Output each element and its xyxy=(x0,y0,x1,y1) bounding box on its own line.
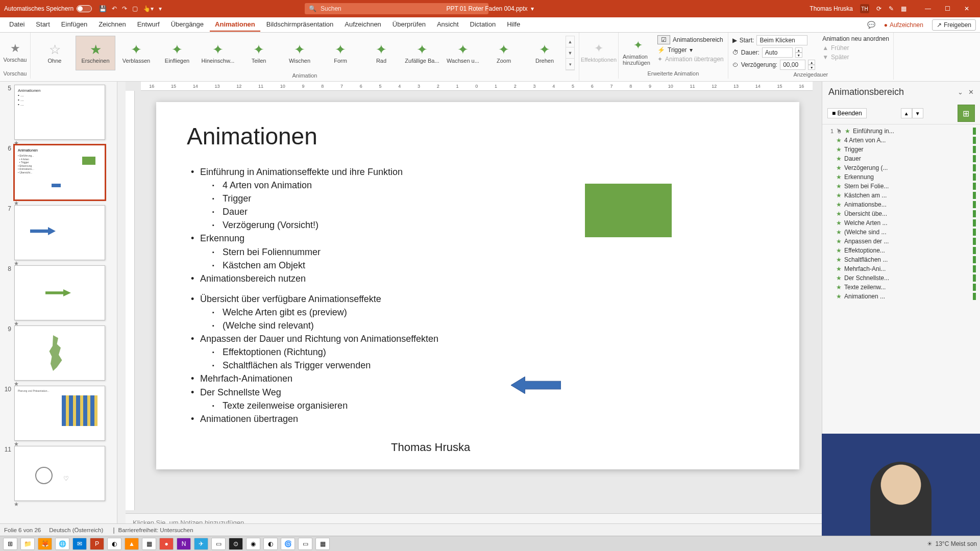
thumb-10[interactable]: 10Planung und Präsentation...★ xyxy=(2,386,115,441)
gallery-more[interactable]: ▲▼▾ xyxy=(566,36,575,70)
close-button[interactable]: ✕ xyxy=(958,3,976,15)
tab-entwurf[interactable]: Entwurf xyxy=(132,18,165,32)
anim-ohne[interactable]: ☆Ohne xyxy=(35,36,75,70)
anim-list-item[interactable]: ★Anpassen der ... xyxy=(825,237,977,246)
window-layout-icon[interactable]: ▦ xyxy=(901,5,906,12)
app-icon[interactable]: ▦ xyxy=(142,538,156,550)
anim-erscheinen[interactable]: ★Erscheinen xyxy=(76,36,115,70)
anim-rad[interactable]: ✦Rad xyxy=(361,36,401,70)
tab-bildschirm[interactable]: Bildschirmpräsentation xyxy=(261,18,339,32)
chevron-down-icon[interactable]: ⌄ xyxy=(958,88,963,96)
tab-einfuegen[interactable]: Einfügen xyxy=(56,18,92,32)
tab-dictation[interactable]: Dictation xyxy=(465,18,501,32)
close-icon[interactable]: ✕ xyxy=(968,88,974,96)
anim-zufaellige[interactable]: ✦Zufällige Ba... xyxy=(402,36,442,70)
share-button[interactable]: ↗ Freigeben xyxy=(932,19,976,31)
move-up-button[interactable]: ▲ xyxy=(901,108,912,118)
tab-datei[interactable]: Datei xyxy=(4,18,30,32)
anim-list-item[interactable]: ★Übersicht übe... xyxy=(825,209,977,218)
anim-teilen[interactable]: ✦Teilen xyxy=(239,36,279,70)
anim-list-item[interactable]: ★Verzögerung (... xyxy=(825,163,977,172)
anim-list-item[interactable]: ★Erkennung xyxy=(825,172,977,182)
tab-start[interactable]: Start xyxy=(31,18,55,32)
anim-form[interactable]: ✦Form xyxy=(321,36,360,70)
preview-button[interactable]: ★Vorschau xyxy=(0,35,31,69)
language[interactable]: Deutsch (Österreich) xyxy=(49,527,103,533)
anim-list-item[interactable]: ★Der Schnellste... xyxy=(825,273,977,283)
thumb-6[interactable]: 6Animationen• Einführung... • 4 Arten • … xyxy=(2,145,115,200)
author-text[interactable]: Thomas Hruska xyxy=(391,441,470,454)
thumbs-scrollbar[interactable] xyxy=(117,82,126,536)
anim-list-item[interactable]: ★Welche Arten ... xyxy=(825,218,977,228)
duration-field[interactable]: Auto xyxy=(762,47,793,58)
anim-list-item[interactable]: ★(Welche sind ... xyxy=(825,228,977,237)
animation-pane-toggle[interactable]: ☑Animationsbereich xyxy=(657,35,724,45)
undo-icon[interactable]: ↶ xyxy=(112,5,117,12)
filename[interactable]: PPT 01 Roter Faden 004.pptx ▾ xyxy=(446,5,533,12)
anim-list-item[interactable]: 1🖱★Einführung in... xyxy=(825,127,977,136)
anim-verblassen[interactable]: ✦Verblassen xyxy=(116,36,156,70)
explorer-icon[interactable]: 📁 xyxy=(20,538,35,550)
firefox-icon[interactable]: 🦊 xyxy=(38,538,52,550)
drawing-icon[interactable]: ✎ xyxy=(889,5,894,12)
slide-title[interactable]: Animationen xyxy=(156,102,799,160)
anim-zoom[interactable]: ✦Zoom xyxy=(484,36,524,70)
thumb-11[interactable]: 11♡★ xyxy=(2,446,115,501)
down-arrow-icon[interactable]: ▼ xyxy=(566,47,574,59)
delay-spinner[interactable]: ▲▼ xyxy=(808,60,815,70)
tab-ansicht[interactable]: Ansicht xyxy=(432,18,464,32)
user-badge[interactable]: TH xyxy=(860,4,869,13)
green-rectangle-shape[interactable] xyxy=(585,184,672,237)
touch-mode-icon[interactable]: 👆▾ xyxy=(143,5,154,12)
anim-list-item[interactable]: ★Animationen ... xyxy=(825,292,977,301)
app-icon[interactable]: ◉ xyxy=(246,538,260,550)
add-animation-button[interactable]: ✦Animation hinzufügen xyxy=(623,35,653,69)
redo-icon[interactable]: ↷ xyxy=(122,5,127,12)
telegram-icon[interactable]: ✈ xyxy=(194,538,208,550)
app-icon[interactable]: ▭ xyxy=(211,538,226,550)
accessibility[interactable]: ❘ Barrierefreiheit: Untersuchen xyxy=(111,527,193,534)
outlook-icon[interactable]: ✉ xyxy=(72,538,87,550)
slide-body[interactable]: Einführung in Animationseffekte und ihre… xyxy=(156,160,799,431)
edge-icon[interactable]: 🌀 xyxy=(281,538,295,550)
toggle-switch[interactable] xyxy=(77,5,92,12)
tab-hilfe[interactable]: Hilfe xyxy=(502,18,525,32)
thumb-9[interactable]: 9★ xyxy=(2,325,115,381)
from-beginning-icon[interactable]: ▢ xyxy=(132,5,138,12)
obs-icon[interactable]: ⊙ xyxy=(229,538,243,550)
tab-uebergaenge[interactable]: Übergänge xyxy=(166,18,209,32)
anim-wischen[interactable]: ✦Wischen xyxy=(280,36,320,70)
minimize-button[interactable]: — xyxy=(919,3,937,15)
anim-drehen[interactable]: ✦Drehen xyxy=(525,36,565,70)
anim-wachsen[interactable]: ✦Wachsen u... xyxy=(443,36,483,70)
stop-button[interactable]: ■ Beenden xyxy=(827,108,867,118)
slide-count[interactable]: Folie 6 von 26 xyxy=(4,527,41,533)
autosave-toggle[interactable]: Automatisches Speichern xyxy=(4,5,92,12)
expand-icon[interactable]: ▾ xyxy=(566,59,574,70)
slide-canvas[interactable]: Animationen Einführung in Animationseffe… xyxy=(156,102,799,469)
up-arrow-icon[interactable]: ▲ xyxy=(566,36,574,47)
duration-spinner[interactable]: ▲▼ xyxy=(795,47,802,58)
weather-widget[interactable]: ☀13°C Meist son xyxy=(927,540,977,547)
qat-more-icon[interactable]: ▾ xyxy=(159,5,162,12)
chevron-down-icon[interactable]: ▾ xyxy=(531,5,534,12)
anim-list-item[interactable]: ★Dauer xyxy=(825,154,977,163)
delay-field[interactable]: 00,00 xyxy=(780,60,805,70)
vlc-icon[interactable]: ▲ xyxy=(125,538,139,550)
comments-icon[interactable]: 💬 xyxy=(867,21,875,29)
sync-icon[interactable]: ⟳ xyxy=(876,5,881,12)
trigger-button[interactable]: ⚡Trigger ▾ xyxy=(657,46,724,54)
tab-aufzeichnen[interactable]: Aufzeichnen xyxy=(339,18,386,32)
start-select[interactable]: Beim Klicken xyxy=(756,35,807,45)
save-icon[interactable]: 💾 xyxy=(99,5,107,12)
anim-list-item[interactable]: ★Stern bei Folie... xyxy=(825,182,977,191)
thumb-7[interactable]: 7★ xyxy=(2,205,115,260)
anim-list-item[interactable]: ★Mehrfach-Ani... xyxy=(825,264,977,273)
app-icon[interactable]: ◐ xyxy=(107,538,121,550)
anim-einfliegen[interactable]: ✦Einfliegen xyxy=(157,36,197,70)
anim-list-item[interactable]: ★Effektoptione... xyxy=(825,246,977,255)
onenote-icon[interactable]: N xyxy=(177,538,191,550)
app-icon[interactable]: ● xyxy=(159,538,174,550)
start-button[interactable]: ⊞ xyxy=(3,538,17,550)
powerpoint-icon[interactable]: P xyxy=(90,538,104,550)
